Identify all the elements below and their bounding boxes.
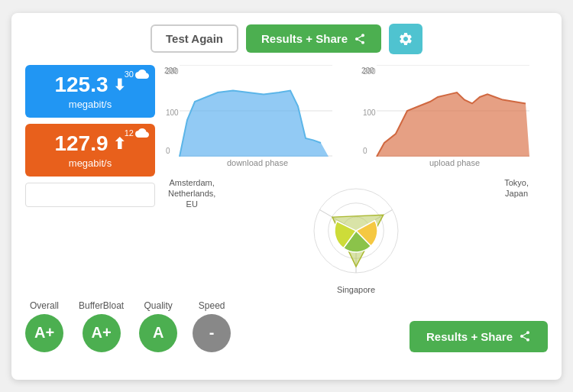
cloud-icon-upload (135, 128, 149, 138)
download-box: 30 125.3 ⬇ megabit/s (25, 65, 155, 118)
upload-count: 12 (125, 128, 149, 138)
grade-quality-label: Quality (144, 300, 172, 311)
download-chart-container: 200 download phase (164, 65, 351, 167)
grade-speed: Speed - (193, 300, 231, 352)
results-share-label-top: Results + Share (261, 32, 348, 45)
upload-box: 12 127.9 ⬆ megabit/s (25, 124, 155, 177)
upload-unit: megabit/s (34, 157, 146, 169)
label-singapore: Singapore (337, 284, 375, 295)
grade-bufferbloat-value: A+ (92, 324, 112, 342)
test-again-button[interactable]: Test Again (151, 24, 238, 53)
download-y-max: 200 (164, 66, 177, 75)
upload-chart (361, 65, 529, 157)
grade-bufferbloat-label: BufferBloat (79, 300, 124, 311)
header: Test Again Results + Share (25, 24, 548, 54)
grade-bufferbloat: BufferBloat A+ (79, 300, 124, 352)
radar-section: Amsterdam,Netherlands,EU Tokyo,Japan Sin… (164, 173, 548, 296)
settings-button[interactable] (389, 24, 422, 54)
download-chart (164, 65, 332, 157)
results-share-label-bottom: Results + Share (426, 330, 513, 343)
grade-overall-circle: A+ (25, 314, 63, 352)
left-panel: 30 125.3 ⬇ megabit/s 12 127.9 ⬆ meg (25, 65, 155, 296)
grade-quality-circle: A (139, 314, 177, 352)
results-share-button-top[interactable]: Results + Share (246, 24, 381, 53)
label-tokyo: Tokyo,Japan (504, 177, 529, 199)
share-icon-top (354, 33, 366, 45)
gear-icon (398, 31, 413, 47)
upload-chart-label: upload phase (361, 158, 548, 167)
download-chart-label: download phase (164, 158, 351, 167)
charts-row: 200 download phase 200 upload phase (164, 65, 548, 167)
grade-speed-label: Speed (199, 300, 225, 311)
grade-overall-value: A+ (34, 324, 54, 342)
radar-chart (280, 177, 432, 292)
results-share-button-bottom[interactable]: Results + Share (410, 321, 548, 352)
download-count: 30 (125, 70, 149, 79)
label-amsterdam: Amsterdam,Netherlands,EU (168, 177, 215, 210)
grade-overall-label: Overall (30, 300, 59, 311)
grade-quality: Quality A (139, 300, 177, 352)
grade-quality-value: A (153, 324, 163, 342)
main-content: 30 125.3 ⬇ megabit/s 12 127.9 ⬆ meg (25, 65, 548, 296)
search-input[interactable] (25, 183, 155, 207)
grade-speed-value: - (209, 324, 215, 342)
right-panel: 200 download phase 200 upload phase Amst… (164, 65, 548, 296)
upload-chart-container: 200 upload phase (361, 65, 548, 167)
grade-bufferbloat-circle: A+ (83, 314, 121, 352)
upload-y-max: 200 (361, 66, 374, 75)
main-card: Test Again Results + Share 30 125.3 ⬇ (11, 13, 562, 380)
grade-overall: Overall A+ (25, 300, 63, 352)
bottom-section: Overall A+ BufferBloat A+ Quality A (25, 300, 548, 352)
download-unit: megabit/s (34, 99, 146, 110)
grade-speed-circle: - (193, 314, 231, 352)
grades-row: Overall A+ BufferBloat A+ Quality A (25, 300, 410, 352)
share-icon-bottom (519, 330, 531, 342)
cloud-icon-download (135, 70, 149, 79)
